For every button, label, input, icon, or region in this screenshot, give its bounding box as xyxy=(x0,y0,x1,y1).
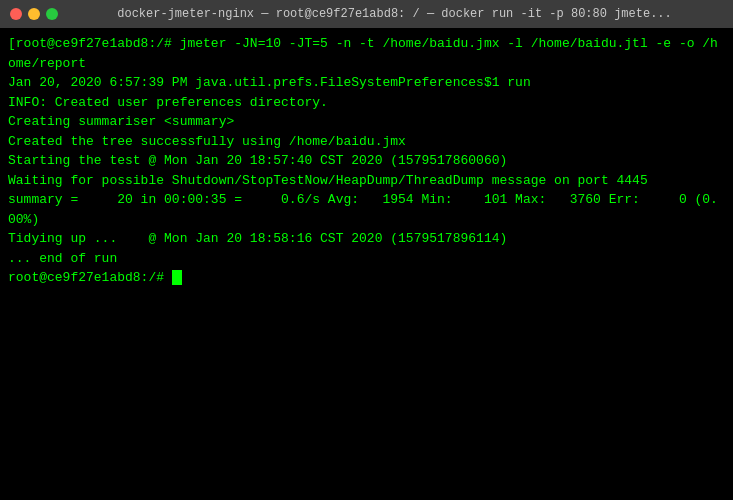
traffic-lights xyxy=(10,8,58,20)
minimize-button[interactable] xyxy=(28,8,40,20)
terminal-cursor xyxy=(172,270,182,285)
terminal-line: Tidying up ... @ Mon Jan 20 18:58:16 CST… xyxy=(8,229,725,249)
window-title: docker-jmeter-nginx — root@ce9f27e1abd8:… xyxy=(66,7,723,21)
terminal-output: [root@ce9f27e1abd8:/# jmeter -JN=10 -JT=… xyxy=(8,34,725,288)
terminal-line: INFO: Created user preferences directory… xyxy=(8,93,725,113)
terminal-line: Created the tree successfully using /hom… xyxy=(8,132,725,152)
title-bar: docker-jmeter-nginx — root@ce9f27e1abd8:… xyxy=(0,0,733,28)
terminal-line: [root@ce9f27e1abd8:/# jmeter -JN=10 -JT=… xyxy=(8,34,725,73)
terminal-line: Waiting for possible Shutdown/StopTestNo… xyxy=(8,171,725,191)
terminal-line: Starting the test @ Mon Jan 20 18:57:40 … xyxy=(8,151,725,171)
terminal-line: Jan 20, 2020 6:57:39 PM java.util.prefs.… xyxy=(8,73,725,93)
terminal-line: root@ce9f27e1abd8:/# xyxy=(8,268,725,288)
terminal-line: ... end of run xyxy=(8,249,725,269)
terminal-line: summary = 20 in 00:00:35 = 0.6/s Avg: 19… xyxy=(8,190,725,229)
terminal-body[interactable]: [root@ce9f27e1abd8:/# jmeter -JN=10 -JT=… xyxy=(0,28,733,500)
close-button[interactable] xyxy=(10,8,22,20)
terminal-line: Creating summariser <summary> xyxy=(8,112,725,132)
maximize-button[interactable] xyxy=(46,8,58,20)
